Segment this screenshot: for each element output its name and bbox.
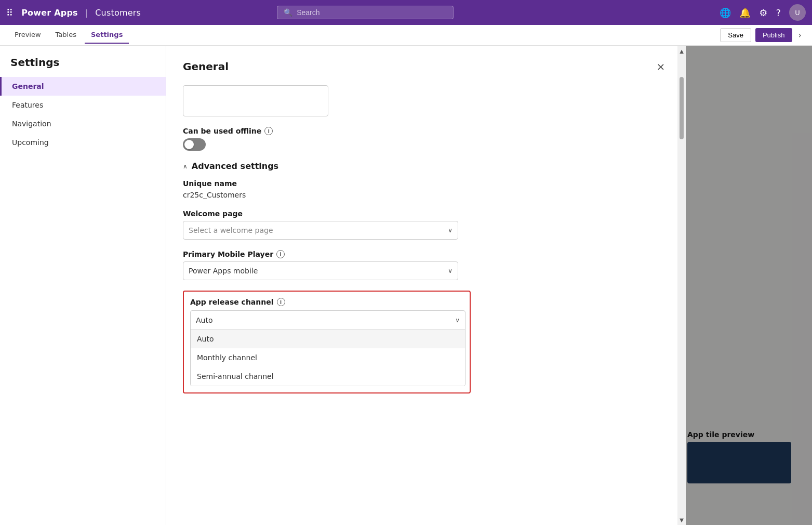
scroll-down-button[interactable]: ▼ [677,515,686,525]
top-navigation: ⠿ Power Apps | Customers 🔍 🌐 🔔 ⚙ ? U [0,0,812,25]
globe-icon[interactable]: 🌐 [720,7,731,18]
unique-name-value: cr25c_Customers [183,191,669,199]
search-input[interactable] [297,8,447,17]
scroll-thumb[interactable] [680,77,684,139]
nav-icons: 🌐 🔔 ⚙ ? U [720,4,806,21]
mobile-player-dropdown[interactable]: Power Apps mobile ∨ [183,261,458,280]
settings-menu-navigation[interactable]: Navigation [0,114,166,133]
app-launcher-icon[interactable]: ⠿ [6,7,13,18]
advanced-settings-title: Advanced settings [192,161,278,171]
settings-menu-upcoming[interactable]: Upcoming [0,133,166,152]
unique-name-label: Unique name [183,179,669,188]
advanced-settings-header: ∧ Advanced settings [183,161,669,171]
main-area: 📄 Pa... 📊 D... ⚡ Auto... Settings Genera… [0,46,812,525]
scrollbar: ▲ ▼ [677,46,686,525]
settings-sidebar-panel: Settings General Features Navigation Upc… [0,46,166,525]
scroll-track [677,56,686,515]
offline-field-row: Can be used offline i [183,127,669,151]
app-title: Power Apps [21,8,78,18]
scroll-up-button[interactable]: ▲ [677,46,686,56]
app-icon-area [183,85,328,116]
app-release-dropdown-list: Auto Monthly channel Semi-annual channel [191,330,465,386]
settings-menu-general[interactable]: General [0,77,166,96]
toggle-knob [184,140,194,149]
tab-tables[interactable]: Tables [49,27,83,44]
mobile-player-field-row: Primary Mobile Player i Power Apps mobil… [183,250,669,280]
search-icon: 🔍 [284,8,292,17]
app-release-label: App release channel i [190,298,463,306]
offline-label: Can be used offline i [183,127,669,135]
welcome-page-placeholder: Select a welcome page [189,226,273,234]
dropdown-option-semiannual[interactable]: Semi-annual channel [191,367,465,386]
release-info-icon[interactable]: i [277,298,285,306]
mobile-info-icon[interactable]: i [276,250,285,258]
app-release-selected[interactable]: Auto ∨ [191,311,465,330]
close-button[interactable]: × [653,58,669,75]
offline-info-icon[interactable]: i [264,127,273,135]
app-release-dropdown[interactable]: Auto ∨ Auto Monthly channel Semi-annual … [190,310,465,386]
settings-content-panel: General × Can be used offline i ∧ Advanc… [166,46,686,525]
mobile-player-label: Primary Mobile Player i [183,250,669,258]
dropdown-option-monthly[interactable]: Monthly channel [191,348,465,367]
title-separator: | [85,8,88,18]
welcome-dropdown-arrow: ∨ [448,227,452,234]
settings-content-header: General × [183,58,669,75]
bell-icon[interactable]: 🔔 [739,7,751,18]
chevron-up-icon[interactable]: ∧ [183,163,188,170]
app-subtitle: Customers [95,8,141,18]
welcome-page-label: Welcome page [183,209,669,218]
avatar[interactable]: U [789,4,806,21]
welcome-page-dropdown[interactable]: Select a welcome page ∨ [183,221,458,240]
unique-name-field-row: Unique name cr25c_Customers [183,179,669,199]
search-bar[interactable]: 🔍 [277,6,454,19]
welcome-page-field-row: Welcome page Select a welcome page ∨ [183,209,669,240]
tab-settings[interactable]: Settings [85,27,129,44]
release-dropdown-arrow: ∨ [455,317,460,324]
app-release-section: App release channel i Auto ∨ Auto Monthl… [183,291,471,393]
save-button[interactable]: Save [720,28,751,42]
offline-toggle[interactable] [183,138,206,151]
dropdown-option-auto[interactable]: Auto [191,330,465,348]
settings-panel-title: Settings [0,56,166,77]
publish-button[interactable]: Publish [755,28,792,42]
tab-preview[interactable]: Preview [8,27,47,44]
help-icon[interactable]: ? [776,7,781,18]
release-selected-value: Auto [196,316,213,324]
settings-content-title: General [183,60,229,73]
settings-icon[interactable]: ⚙ [759,7,767,18]
settings-menu-features[interactable]: Features [0,96,166,114]
mobile-dropdown-arrow: ∨ [448,267,452,274]
mobile-player-value: Power Apps mobile [189,267,258,275]
chevron-right-icon[interactable]: › [796,28,804,42]
secondary-navigation: Preview Tables Settings Save Publish › [0,25,812,46]
